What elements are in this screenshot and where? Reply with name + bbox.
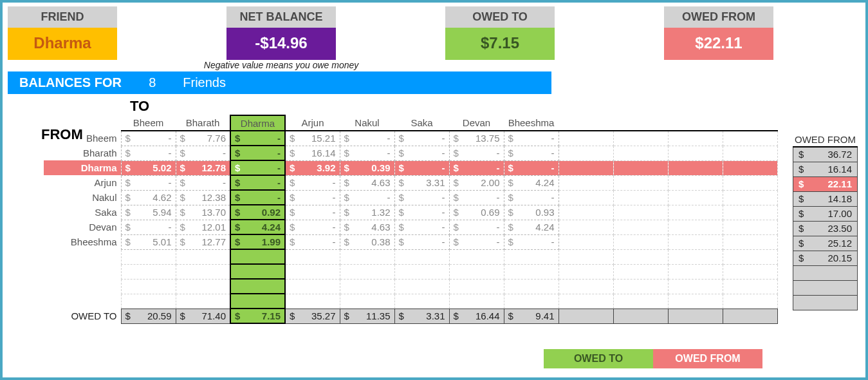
matrix-cell-empty[interactable] bbox=[559, 264, 613, 279]
matrix-cell[interactable]: $- bbox=[340, 146, 394, 160]
matrix-cell[interactable]: $13.70 bbox=[176, 205, 230, 220]
matrix-cell[interactable]: $0.69 bbox=[449, 205, 504, 220]
matrix-cell-empty[interactable] bbox=[449, 249, 504, 264]
matrix-cell-empty[interactable] bbox=[394, 279, 449, 294]
matrix-cell-empty[interactable] bbox=[613, 205, 668, 220]
matrix-cell-empty[interactable] bbox=[613, 220, 668, 234]
matrix-cell-empty[interactable] bbox=[559, 249, 613, 264]
matrix-cell-empty[interactable] bbox=[340, 264, 394, 279]
matrix-cell[interactable]: $4.63 bbox=[340, 220, 394, 234]
matrix-cell-empty[interactable] bbox=[613, 234, 668, 249]
matrix-cell[interactable]: $3.92 bbox=[285, 160, 340, 175]
matrix-cell-empty[interactable] bbox=[176, 279, 230, 294]
matrix-cell[interactable]: $- bbox=[394, 131, 449, 146]
matrix-cell[interactable]: $0.93 bbox=[504, 205, 559, 220]
matrix-cell-empty[interactable] bbox=[340, 249, 394, 264]
matrix-cell-empty[interactable] bbox=[559, 175, 613, 190]
matrix-cell[interactable]: $- bbox=[285, 205, 340, 220]
matrix-cell[interactable]: $16.14 bbox=[285, 146, 340, 160]
matrix-cell[interactable]: $- bbox=[504, 160, 559, 175]
matrix-cell-empty[interactable] bbox=[668, 160, 723, 175]
matrix-cell-empty[interactable] bbox=[504, 294, 559, 309]
matrix-cell[interactable]: $2.00 bbox=[449, 175, 504, 190]
matrix-cell-empty[interactable] bbox=[668, 220, 723, 234]
matrix-cell-empty[interactable] bbox=[121, 249, 176, 264]
matrix-cell[interactable]: $3.31 bbox=[394, 175, 449, 190]
matrix-cell[interactable]: $- bbox=[121, 220, 176, 234]
matrix-cell[interactable]: $- bbox=[340, 190, 394, 205]
matrix-cell-empty[interactable] bbox=[285, 294, 340, 309]
matrix-cell[interactable]: $4.24 bbox=[504, 220, 559, 234]
matrix-cell-empty[interactable] bbox=[285, 249, 340, 264]
matrix-cell-empty[interactable] bbox=[723, 190, 777, 205]
matrix-cell-empty[interactable] bbox=[668, 249, 723, 264]
matrix-cell-empty[interactable] bbox=[668, 294, 723, 309]
matrix-cell[interactable]: $0.38 bbox=[340, 234, 394, 249]
matrix-cell-empty[interactable] bbox=[668, 264, 723, 279]
matrix-cell-empty[interactable] bbox=[723, 146, 777, 160]
matrix-cell[interactable]: $4.63 bbox=[340, 175, 394, 190]
matrix-cell-empty[interactable] bbox=[613, 279, 668, 294]
matrix-cell[interactable]: $- bbox=[230, 131, 285, 146]
matrix-cell[interactable]: $13.75 bbox=[449, 131, 504, 146]
matrix-cell-empty[interactable] bbox=[668, 175, 723, 190]
matrix-cell-empty[interactable] bbox=[230, 279, 285, 294]
matrix-cell[interactable]: $- bbox=[230, 160, 285, 175]
matrix-cell[interactable]: $- bbox=[285, 234, 340, 249]
matrix-cell[interactable]: $- bbox=[449, 160, 504, 175]
matrix-cell[interactable]: $- bbox=[121, 131, 176, 146]
matrix-cell[interactable]: $12.01 bbox=[176, 220, 230, 234]
matrix-cell-empty[interactable] bbox=[723, 294, 777, 309]
matrix-cell[interactable]: $- bbox=[285, 175, 340, 190]
matrix-cell-empty[interactable] bbox=[449, 294, 504, 309]
matrix-cell[interactable]: $1.32 bbox=[340, 205, 394, 220]
matrix-cell-empty[interactable] bbox=[559, 190, 613, 205]
matrix-cell-empty[interactable] bbox=[504, 264, 559, 279]
matrix-cell-empty[interactable] bbox=[723, 220, 777, 234]
matrix-cell-empty[interactable] bbox=[668, 234, 723, 249]
matrix-cell-empty[interactable] bbox=[176, 264, 230, 279]
matrix-cell[interactable]: $- bbox=[176, 146, 230, 160]
matrix-cell-empty[interactable] bbox=[340, 294, 394, 309]
matrix-cell-empty[interactable] bbox=[668, 205, 723, 220]
matrix-cell-empty[interactable] bbox=[394, 249, 449, 264]
matrix-cell-empty[interactable] bbox=[723, 249, 777, 264]
matrix-cell-empty[interactable] bbox=[230, 294, 285, 309]
matrix-cell-empty[interactable] bbox=[559, 220, 613, 234]
matrix-cell-empty[interactable] bbox=[723, 279, 777, 294]
matrix-cell[interactable]: $12.38 bbox=[176, 190, 230, 205]
matrix-cell[interactable]: $- bbox=[449, 234, 504, 249]
card-friend-value[interactable]: Dharma bbox=[8, 28, 117, 60]
matrix-cell-empty[interactable] bbox=[559, 131, 613, 146]
matrix-cell-empty[interactable] bbox=[668, 279, 723, 294]
matrix-cell[interactable]: $- bbox=[394, 234, 449, 249]
matrix-cell-empty[interactable] bbox=[504, 249, 559, 264]
matrix-cell[interactable]: $- bbox=[230, 190, 285, 205]
matrix-cell[interactable]: $5.94 bbox=[121, 205, 176, 220]
matrix-cell-empty[interactable] bbox=[449, 264, 504, 279]
matrix-cell-empty[interactable] bbox=[559, 205, 613, 220]
matrix-cell-empty[interactable] bbox=[121, 264, 176, 279]
matrix-cell[interactable]: $- bbox=[340, 131, 394, 146]
matrix-cell-empty[interactable] bbox=[723, 205, 777, 220]
matrix-cell[interactable]: $- bbox=[449, 220, 504, 234]
matrix-cell-empty[interactable] bbox=[121, 279, 176, 294]
matrix-cell-empty[interactable] bbox=[559, 234, 613, 249]
matrix-cell[interactable]: $- bbox=[449, 146, 504, 160]
matrix-cell[interactable]: $- bbox=[504, 131, 559, 146]
matrix-cell-empty[interactable] bbox=[230, 249, 285, 264]
matrix-cell-empty[interactable] bbox=[559, 294, 613, 309]
matrix-cell-empty[interactable] bbox=[559, 146, 613, 160]
matrix-cell-empty[interactable] bbox=[723, 234, 777, 249]
matrix-cell-empty[interactable] bbox=[613, 264, 668, 279]
matrix-cell[interactable]: $- bbox=[394, 160, 449, 175]
matrix-cell-empty[interactable] bbox=[723, 175, 777, 190]
matrix-cell-empty[interactable] bbox=[394, 264, 449, 279]
matrix-cell[interactable]: $7.76 bbox=[176, 131, 230, 146]
matrix-cell-empty[interactable] bbox=[504, 279, 559, 294]
matrix-cell[interactable]: $5.02 bbox=[121, 160, 176, 175]
matrix-cell[interactable]: $- bbox=[394, 190, 449, 205]
matrix-cell-empty[interactable] bbox=[176, 249, 230, 264]
matrix-cell[interactable]: $- bbox=[230, 175, 285, 190]
matrix-cell-empty[interactable] bbox=[613, 160, 668, 175]
